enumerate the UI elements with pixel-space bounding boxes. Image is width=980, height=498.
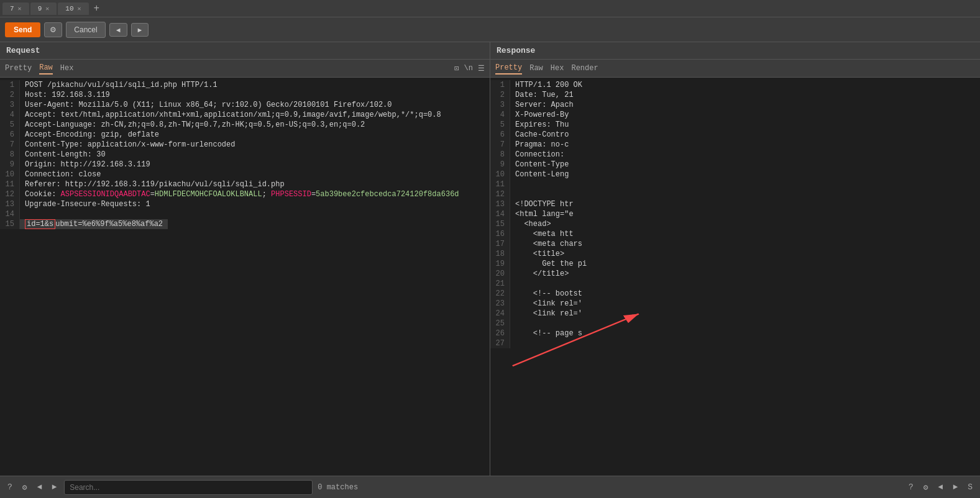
nav-prev-icon[interactable]: ◄ (35, 481, 45, 493)
resp-line-18: 18 <title> (490, 249, 980, 259)
resp-line-21: 21 (490, 279, 980, 289)
req-line-13: 13 Upgrade-Insecure-Requests: 1 (0, 199, 490, 209)
tab-7-close[interactable]: ✕ (18, 5, 22, 12)
resp-line-23: 23 <link rel=' (490, 299, 980, 309)
tab-render-response[interactable]: Render (571, 63, 598, 74)
resp-line-17: 17 <meta chars (490, 239, 980, 249)
nav-back-button[interactable]: ◄ (109, 23, 127, 37)
request-content[interactable]: 1 POST /pikachu/vul/sqli/sqli_id.php HTT… (0, 78, 490, 476)
tab-10[interactable]: 10 ✕ (58, 2, 88, 15)
tab-raw-response[interactable]: Raw (529, 63, 543, 74)
tab-10-label: 10 (65, 5, 73, 12)
resp-line-6: 6 Cache-Contro (490, 130, 980, 140)
settings-icon[interactable]: ⚙ (20, 481, 30, 494)
tab-9-label: 9 (38, 5, 42, 12)
request-panel-header: Request (0, 42, 490, 60)
cancel-button[interactable]: Cancel (66, 22, 105, 38)
req-line-12: 12 Cookie: ASPSESSIONIDQAABDTAC=HDMLFDEC… (0, 189, 490, 199)
resp-line-14: 14 <html lang="e (490, 209, 980, 219)
request-tabs: Pretty Raw Hex ⊡ \n ☰ (0, 60, 490, 78)
response-nav-prev-icon[interactable]: ◄ (936, 481, 946, 493)
tab-hex-request[interactable]: Hex (60, 63, 74, 74)
send-button[interactable]: Send (5, 22, 40, 37)
response-panel-header: Response (490, 42, 980, 60)
toolbar: Send ⚙ Cancel ◄ ► (0, 17, 980, 42)
req-line-6: 6 Accept-Encoding: gzip, deflate (0, 130, 490, 140)
resp-line-4: 4 X-Powered-By (490, 110, 980, 120)
resp-line-3: 3 Server: Apach (490, 100, 980, 110)
resp-line-25: 25 (490, 319, 980, 328)
resp-line-16: 16 <meta htt (490, 229, 980, 239)
resp-line-13: 13 <!DOCTYPE htr (490, 199, 980, 209)
response-panel: Response Pretty Raw Hex Render 1 HTTP/1.… (490, 42, 980, 476)
req-line-1: 1 POST /pikachu/vul/sqli/sqli_id.php HTT… (0, 80, 490, 90)
req-line-4: 4 Accept: text/html,application/xhtml+xm… (0, 110, 490, 120)
response-settings-icon[interactable]: ⚙ (921, 481, 931, 494)
send-response-icon[interactable]: S (965, 481, 975, 493)
req-line-15: 15 id=1&submit=%e6%9f%a5%e8%af%a2 (0, 219, 490, 229)
tab-raw-request[interactable]: Raw (39, 62, 53, 75)
nav-next-icon[interactable]: ► (49, 481, 59, 493)
tab-pretty-response[interactable]: Pretty (495, 62, 522, 75)
tab-hex-response[interactable]: Hex (551, 63, 564, 74)
resp-line-20: 20 </title> (490, 269, 980, 279)
resp-line-5: 5 Expires: Thu (490, 120, 980, 130)
nav-fwd-button[interactable]: ► (131, 23, 149, 37)
response-content[interactable]: 1 HTTP/1.1 200 OK 2 Date: Tue, 21 3 Serv… (490, 78, 980, 476)
req-line-7: 7 Content-Type: application/x-www-form-u… (0, 140, 490, 150)
tab-9[interactable]: 9 ✕ (30, 2, 57, 15)
req-line-9: 9 Origin: http://192.168.3.119 (0, 160, 490, 170)
request-tab-icons: ⊡ \n ☰ (454, 64, 485, 73)
resp-line-19: 19 Get the pi (490, 259, 980, 269)
tab-7[interactable]: 7 ✕ (2, 2, 29, 15)
resp-line-26: 26 <!-- page s (490, 328, 980, 338)
req-line-3: 3 User-Agent: Mozilla/5.0 (X11; Linux x8… (0, 100, 490, 110)
resp-line-12: 12 (490, 189, 980, 199)
resp-line-24: 24 <link rel=' (490, 309, 980, 319)
resp-line-22: 22 <!-- bootst (490, 289, 980, 299)
help-icon[interactable]: ? (5, 481, 15, 493)
response-tabs: Pretty Raw Hex Render (490, 60, 980, 78)
req-line-10: 10 Connection: close (0, 170, 490, 179)
req-line-11: 11 Referer: http://192.168.3.119/pikachu… (0, 179, 490, 189)
req-line-2: 2 Host: 192.168.3.119 (0, 90, 490, 100)
resp-line-27: 27 (490, 338, 980, 348)
resp-line-1: 1 HTTP/1.1 200 OK (490, 80, 980, 90)
tab-bar: 7 ✕ 9 ✕ 10 ✕ + (0, 0, 980, 17)
more-icon[interactable]: ☰ (478, 64, 485, 73)
request-panel: Request Pretty Raw Hex ⊡ \n ☰ 1 POST /pi… (0, 42, 490, 476)
tab-pretty-request[interactable]: Pretty (5, 63, 32, 74)
tab-7-label: 7 (10, 5, 14, 12)
search-input[interactable] (64, 480, 313, 495)
resp-line-15: 15 <head> (490, 219, 980, 229)
tab-9-close[interactable]: ✕ (45, 5, 49, 12)
matches-label: 0 matches (318, 483, 358, 492)
new-tab-button[interactable]: + (90, 3, 104, 14)
req-line-14: 14 (0, 209, 490, 219)
resp-line-10: 10 Content-Leng (490, 170, 980, 179)
resp-line-7: 7 Pragma: no-c (490, 140, 980, 150)
resp-line-9: 9 Content-Type (490, 160, 980, 170)
tab-10-close[interactable]: ✕ (77, 5, 81, 12)
req-line-8: 8 Content-Length: 30 (0, 150, 490, 160)
main-panels: Request Pretty Raw Hex ⊡ \n ☰ 1 POST /pi… (0, 42, 980, 476)
settings-button[interactable]: ⚙ (44, 22, 62, 37)
req-line-5: 5 Accept-Language: zh-CN,zh;q=0.8,zh-TW;… (0, 120, 490, 130)
resp-line-11: 11 (490, 179, 980, 189)
resp-line-2: 2 Date: Tue, 21 (490, 90, 980, 100)
ln-icon[interactable]: \n (464, 64, 473, 73)
bottom-bar: ? ⚙ ◄ ► 0 matches ? ⚙ ◄ ► S (0, 476, 980, 498)
response-help-icon[interactable]: ? (906, 481, 916, 493)
resp-line-8: 8 Connection: (490, 150, 980, 160)
response-nav-next-icon[interactable]: ► (950, 481, 960, 493)
wrap-icon[interactable]: ⊡ (454, 64, 459, 73)
